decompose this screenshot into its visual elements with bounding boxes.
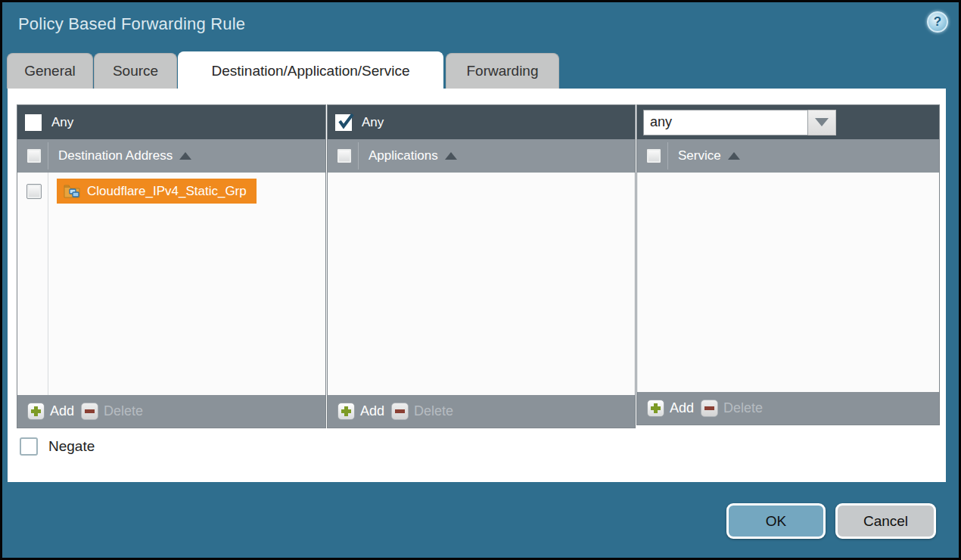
applications-column: Any Applications Add Delete [327, 104, 636, 428]
check-icon [337, 112, 355, 130]
divider [667, 142, 668, 170]
tab-destination-application-service[interactable]: Destination/Application/Service [178, 51, 443, 89]
sort-asc-icon[interactable] [445, 152, 457, 160]
tab-forwarding[interactable]: Forwarding [446, 53, 559, 89]
destination-select-all-checkbox[interactable] [26, 148, 42, 163]
list-item: Cloudflare_IPv4_Static_Grp [17, 179, 325, 204]
tab-label: Destination/Application/Service [212, 63, 410, 79]
delete-label: Delete [414, 403, 453, 419]
destination-address-column: Any Destination Address [17, 104, 326, 428]
applications-header-label: Applications [369, 148, 438, 163]
dropdown-button[interactable] [808, 110, 836, 135]
delete-icon [701, 400, 718, 417]
chevron-down-icon [815, 118, 829, 126]
add-label: Add [50, 403, 74, 419]
destination-any-bar: Any [17, 105, 325, 139]
destination-header-label: Destination Address [58, 148, 173, 163]
service-mode-dropdown[interactable]: any [643, 110, 836, 135]
negate-checkbox[interactable] [20, 437, 38, 456]
applications-any-bar: Any [328, 105, 635, 139]
divider [48, 173, 48, 395]
applications-any-checkbox[interactable] [335, 114, 352, 131]
negate-row: Negate [20, 437, 95, 456]
tab-source[interactable]: Source [94, 53, 177, 89]
applications-footer: Add Delete [328, 395, 635, 428]
ok-button[interactable]: OK [726, 503, 826, 539]
service-dropdown-bar: any [637, 105, 939, 139]
add-icon [27, 403, 45, 420]
tab-label: General [24, 63, 76, 79]
policy-forwarding-dialog: Policy Based Forwarding Rule ? General S… [0, 0, 961, 560]
delete-icon [81, 403, 98, 420]
applications-any-label: Any [362, 115, 384, 130]
applications-list [328, 173, 635, 395]
service-select-all-checkbox[interactable] [646, 148, 661, 163]
service-mode-value[interactable]: any [643, 110, 808, 135]
tab-content-panel: Any Destination Address [8, 89, 946, 482]
dialog-title: Policy Based Forwarding Rule [18, 14, 245, 34]
help-icon[interactable]: ? [927, 11, 948, 33]
service-header-label: Service [678, 148, 721, 163]
applications-delete-button[interactable]: Delete [391, 403, 453, 420]
tab-general[interactable]: General [7, 53, 93, 89]
service-column: any Service Add D [636, 104, 940, 425]
sort-asc-icon[interactable] [179, 152, 191, 160]
service-footer: Add Delete [637, 392, 939, 425]
tab-label: Forwarding [466, 63, 538, 79]
add-icon [647, 400, 664, 417]
negate-label: Negate [48, 438, 95, 455]
add-label: Add [360, 403, 384, 419]
add-label: Add [670, 400, 694, 416]
applications-select-all-checkbox[interactable] [337, 148, 352, 163]
applications-add-button[interactable]: Add [337, 403, 384, 420]
add-icon [337, 403, 355, 420]
delete-label: Delete [723, 400, 763, 416]
destination-add-button[interactable]: Add [27, 403, 74, 420]
delete-label: Delete [104, 403, 143, 419]
destination-list: Cloudflare_IPv4_Static_Grp [17, 173, 325, 395]
applications-column-header[interactable]: Applications [328, 139, 635, 173]
delete-icon [391, 403, 409, 420]
destination-footer: Add Delete [17, 395, 325, 428]
destination-delete-button[interactable]: Delete [81, 403, 143, 420]
cancel-button[interactable]: Cancel [835, 503, 936, 539]
destination-address-entry[interactable]: Cloudflare_IPv4_Static_Grp [57, 179, 257, 204]
tab-label: Source [113, 63, 158, 79]
destination-any-label: Any [51, 115, 73, 130]
divider [358, 142, 359, 170]
service-column-header[interactable]: Service [637, 139, 939, 173]
service-delete-button[interactable]: Delete [701, 400, 763, 417]
service-list [637, 173, 939, 392]
destination-any-checkbox[interactable] [25, 114, 42, 131]
divider [48, 142, 48, 170]
service-add-button[interactable]: Add [647, 400, 694, 417]
row-checkbox[interactable] [26, 184, 42, 199]
sort-asc-icon[interactable] [728, 152, 740, 160]
address-group-name: Cloudflare_IPv4_Static_Grp [87, 184, 247, 199]
address-group-icon [64, 184, 80, 198]
destination-column-header[interactable]: Destination Address [17, 139, 325, 173]
